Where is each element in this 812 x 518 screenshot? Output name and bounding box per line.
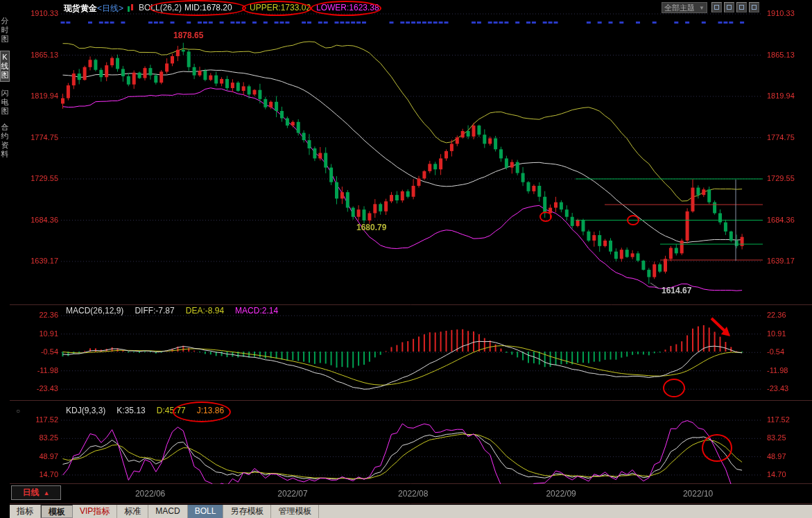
triangle-up-icon: ▲ <box>44 490 50 497</box>
bottom-tabbar: 指标 模板 VIP指标 标准 MACD BOLL 另存模板 管理模板 <box>10 505 812 518</box>
y-axis-label: -23.43 <box>767 384 788 392</box>
boll-indicator-label: BOLL(26,2) <box>139 3 182 12</box>
y-axis-label: 22.36 <box>767 311 786 319</box>
window-layout-button-4[interactable] <box>749 2 759 12</box>
tab-biaozhun[interactable]: 标准 <box>117 505 148 518</box>
y-axis-label: 1910.33 <box>31 9 58 17</box>
window-layout-button-1[interactable] <box>711 2 722 12</box>
y-axis-label: 1865.13 <box>767 51 795 59</box>
theme-dropdown[interactable]: 全部主题 ▼ <box>662 2 707 13</box>
theme-dropdown-label: 全部主题 <box>664 3 695 13</box>
y-axis-label: -23.43 <box>37 384 58 392</box>
x-axis-label: 2022/07 <box>277 489 319 499</box>
left-sidebar: 分时图 K线图 闪电图 合约资料 <box>0 17 10 159</box>
sidebar-item-kxiantu[interactable]: K线图 <box>0 51 10 82</box>
trading-app-window: 现货黄金 <日线> BOLL(26,2) MID:1678.20 UPPER:1… <box>0 0 812 518</box>
macd-title: MACD(26,12,9) <box>66 306 123 316</box>
macd-dea-value: DEA:-8.94 <box>186 306 224 316</box>
y-axis-label: 48.97 <box>767 452 786 460</box>
tab-lingcun-moban[interactable]: 另存模板 <box>223 505 271 518</box>
window-layout-button-3[interactable] <box>736 2 747 12</box>
sidebar-item-heyueziliao[interactable]: 合约资料 <box>0 123 10 159</box>
y-axis-label: 117.52 <box>35 415 58 424</box>
sidebar-item-shandiantu[interactable]: 闪电图 <box>0 89 10 116</box>
y-axis-label: 117.52 <box>767 415 790 424</box>
y-axis-label: 1819.94 <box>767 92 795 100</box>
y-axis-label: 14.70 <box>767 470 786 478</box>
kdj-k-value: K:35.13 <box>116 406 145 415</box>
chart-canvas[interactable] <box>0 0 812 518</box>
macd-header: MACD(26,12,9) DIFF:-7.87 DEA:-8.94 MACD:… <box>66 306 278 316</box>
tab-guanli-moban[interactable]: 管理模板 <box>271 505 319 518</box>
tab-macd[interactable]: MACD <box>148 505 187 518</box>
y-axis-label: 1639.17 <box>767 257 795 265</box>
price-annotation: 1878.65 <box>173 31 203 40</box>
y-axis-label: 48.97 <box>39 452 58 460</box>
y-axis-label: 14.70 <box>39 470 58 478</box>
y-axis-label: 1910.33 <box>767 9 795 17</box>
symbol-name: 现货黄金 <box>64 3 97 15</box>
y-axis-label: 83.25 <box>39 433 58 442</box>
boll-lower-value: LOWER:1623.38 <box>316 3 379 12</box>
bottom-left-corner <box>0 505 10 518</box>
kdj-j-value: J:13.86 <box>197 406 224 415</box>
y-axis-label: 10.91 <box>767 329 786 338</box>
y-axis-label: 1865.13 <box>31 51 58 59</box>
tab-moban[interactable]: 模板 <box>41 505 73 518</box>
period-selector-button[interactable]: 日线 ▲ <box>11 485 61 500</box>
macd-diff-value: DIFF:-7.87 <box>135 306 174 316</box>
sidebar-item-fenshitu[interactable]: 分时图 <box>0 17 10 44</box>
macd-macd-value: MACD:2.14 <box>235 306 278 316</box>
kline-icon <box>128 4 135 13</box>
y-axis-label: 83.25 <box>767 433 786 442</box>
tab-boll[interactable]: BOLL <box>188 505 224 518</box>
boll-upper-value: UPPER:1733.02 <box>250 3 311 12</box>
kdj-settings-icon[interactable]: ○ <box>16 407 20 415</box>
chevron-down-icon: ▼ <box>699 5 705 11</box>
x-axis-label: 2022/08 <box>398 489 440 499</box>
y-axis-label: 22.36 <box>39 311 58 319</box>
y-axis-label: 1774.75 <box>31 133 58 141</box>
y-axis-label: -0.54 <box>767 347 784 356</box>
period-tag[interactable]: <日线> <box>97 3 123 15</box>
boll-mid-value: MID:1678.20 <box>184 3 232 12</box>
y-axis-label: -11.98 <box>37 366 58 374</box>
y-axis-label: 10.91 <box>39 329 58 338</box>
y-axis-label: 1729.55 <box>31 174 58 182</box>
y-axis-label: 1774.75 <box>767 133 795 141</box>
x-axis-label: 2022/10 <box>683 489 725 499</box>
y-axis-label: -11.98 <box>767 366 788 374</box>
x-axis-label: 2022/09 <box>546 489 587 499</box>
price-annotation: 1680.79 <box>356 223 386 232</box>
kdj-d-value: D:45.77 <box>157 406 186 415</box>
kdj-title: KDJ(9,3,3) <box>66 406 105 415</box>
tab-zhibiao[interactable]: 指标 <box>10 505 41 518</box>
y-axis-label: 1684.36 <box>31 216 58 224</box>
y-axis-label: 1684.36 <box>767 216 795 224</box>
kdj-header: KDJ(9,3,3) K:35.13 D:45.77 J:13.86 <box>66 406 224 415</box>
y-axis-label: 1729.55 <box>767 174 795 182</box>
y-axis-label: 1639.17 <box>31 257 58 265</box>
y-axis-label: -0.54 <box>41 347 58 356</box>
price-annotation: 1614.67 <box>662 286 691 295</box>
window-layout-button-2[interactable] <box>724 2 734 12</box>
tab-vip-zhibiao[interactable]: VIP指标 <box>73 505 117 518</box>
y-axis-label: 1819.94 <box>31 92 58 100</box>
x-axis-label: 2022/06 <box>135 489 177 499</box>
period-selector-label: 日线 <box>23 487 40 499</box>
